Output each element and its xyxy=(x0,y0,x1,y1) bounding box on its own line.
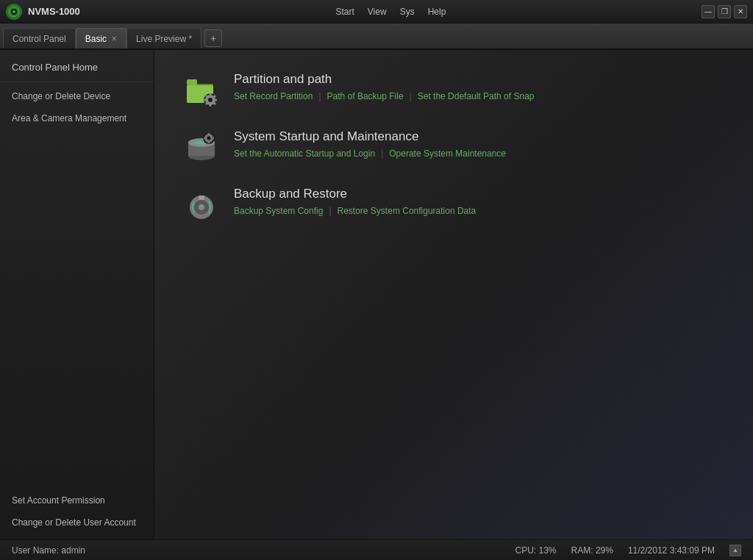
sidebar-bottom: Set Account Permission Change or Delete … xyxy=(0,489,154,539)
statusbar: User Name: admin CPU: 13% RAM: 29% 11/2/… xyxy=(0,539,753,560)
svg-rect-26 xyxy=(204,137,206,140)
svg-rect-10 xyxy=(210,104,212,107)
titlebar-left: NVMS-1000 xyxy=(6,4,80,20)
section-partition-path: Partition and path Set Record Partition … xyxy=(184,72,724,107)
sidebar-item-area-camera[interactable]: Area & Camera Management xyxy=(0,107,154,129)
tab-live-preview[interactable]: Live Preview * xyxy=(126,28,201,49)
svg-point-23 xyxy=(207,137,211,140)
scroll-up-button[interactable]: ▲ xyxy=(729,545,741,556)
sidebar-divider-1 xyxy=(0,82,154,82)
menu-view[interactable]: View xyxy=(368,7,387,17)
section-backup-title: Backup and Restore xyxy=(234,187,476,201)
tab-basic-label: Basic xyxy=(85,34,107,44)
main: Control Panel Home Change or Delete Devi… xyxy=(0,50,753,539)
section-startup-links: Set the Automatic Startup and Login | Op… xyxy=(234,148,506,159)
section-partition-icon xyxy=(184,72,219,107)
titlebar-menu: Start View Sys Help xyxy=(335,7,446,17)
section-backup: Backup and Restore Backup System Config … xyxy=(184,187,724,222)
sidebar-spacer xyxy=(0,129,154,489)
svg-rect-4 xyxy=(187,79,197,85)
svg-rect-12 xyxy=(215,99,217,101)
tab-control-panel-label: Control Panel xyxy=(13,34,66,44)
statusbar-right: CPU: 13% RAM: 29% 11/2/2012 3:43:09 PM ▲ xyxy=(515,545,741,556)
sep-4: | xyxy=(329,206,331,216)
statusbar-cpu: CPU: 13% xyxy=(515,545,557,556)
menu-start[interactable]: Start xyxy=(335,7,354,17)
content-area: Partition and path Set Record Partition … xyxy=(154,50,753,539)
backup-icon xyxy=(184,187,219,222)
maximize-button[interactable]: ❐ xyxy=(718,5,731,18)
app-title: NVMS-1000 xyxy=(28,6,80,17)
sep-2: | xyxy=(410,91,412,101)
link-set-automatic-startup[interactable]: Set the Automatic Startup and Login xyxy=(234,148,375,159)
startup-icon xyxy=(184,129,219,165)
sidebar: Control Panel Home Change or Delete Devi… xyxy=(0,50,154,539)
folder-gear-icon xyxy=(184,72,219,107)
section-partition-links: Set Record Partition | Path of Backup Fi… xyxy=(234,91,534,101)
menu-sys[interactable]: Sys xyxy=(400,7,415,17)
app-logo xyxy=(6,4,22,20)
link-path-backup-file[interactable]: Path of Backup File xyxy=(327,91,404,101)
svg-rect-27 xyxy=(213,137,215,140)
menu-help[interactable]: Help xyxy=(428,7,446,17)
sep-1: | xyxy=(318,91,321,101)
tabbar: Control Panel Basic ✕ Live Preview * + xyxy=(0,24,753,50)
section-startup-title: System Startup and Maintenance xyxy=(234,129,506,144)
tab-control-panel[interactable]: Control Panel xyxy=(3,28,76,49)
tab-live-preview-label: Live Preview * xyxy=(136,34,192,44)
section-startup: System Startup and Maintenance Set the A… xyxy=(184,129,724,165)
statusbar-datetime: 11/2/2012 3:43:09 PM xyxy=(628,545,715,556)
link-restore-system-config[interactable]: Restore System Configuration Data xyxy=(338,206,477,216)
svg-rect-9 xyxy=(210,93,212,96)
section-backup-icon xyxy=(184,187,219,222)
sep-3: | xyxy=(381,148,383,159)
sidebar-item-change-delete-user[interactable]: Change or Delete User Account xyxy=(0,511,154,534)
minimize-button[interactable]: — xyxy=(702,5,715,18)
titlebar: NVMS-1000 Start View Sys Help — ❐ ✕ xyxy=(0,0,753,24)
window-controls: — ❐ ✕ xyxy=(702,5,747,18)
svg-point-8 xyxy=(208,98,213,102)
sidebar-item-home[interactable]: Control Panel Home xyxy=(0,56,154,79)
sidebar-item-account-permission[interactable]: Set Account Permission xyxy=(0,489,154,511)
tab-basic-close[interactable]: ✕ xyxy=(111,35,117,43)
link-backup-system-config[interactable]: Backup System Config xyxy=(234,206,323,216)
section-backup-text: Backup and Restore Backup System Config … xyxy=(234,187,476,216)
svg-point-2 xyxy=(13,10,15,13)
section-backup-links: Backup System Config | Restore System Co… xyxy=(234,206,476,216)
svg-rect-25 xyxy=(208,142,210,144)
statusbar-username: User Name: admin xyxy=(12,545,85,556)
sidebar-item-change-delete-device[interactable]: Change or Delete Device xyxy=(0,85,154,107)
link-set-record-partition[interactable]: Set Record Partition xyxy=(234,91,313,101)
tab-basic[interactable]: Basic ✕ xyxy=(76,28,126,49)
section-partition-text: Partition and path Set Record Partition … xyxy=(234,72,534,101)
section-startup-icon xyxy=(184,129,219,165)
svg-rect-31 xyxy=(199,195,204,200)
svg-rect-24 xyxy=(208,133,210,135)
section-startup-text: System Startup and Maintenance Set the A… xyxy=(234,129,506,159)
statusbar-ram: RAM: 29% xyxy=(571,545,613,556)
svg-point-30 xyxy=(199,204,204,210)
tab-add-button[interactable]: + xyxy=(204,29,222,47)
link-operate-system-maintenance[interactable]: Operate System Maintenance xyxy=(389,148,506,159)
svg-rect-11 xyxy=(204,99,206,101)
close-button[interactable]: ✕ xyxy=(734,5,747,18)
section-partition-title: Partition and path xyxy=(234,72,534,87)
link-set-default-path-snap[interactable]: Set the Ddefault Path of Snap xyxy=(418,91,535,101)
